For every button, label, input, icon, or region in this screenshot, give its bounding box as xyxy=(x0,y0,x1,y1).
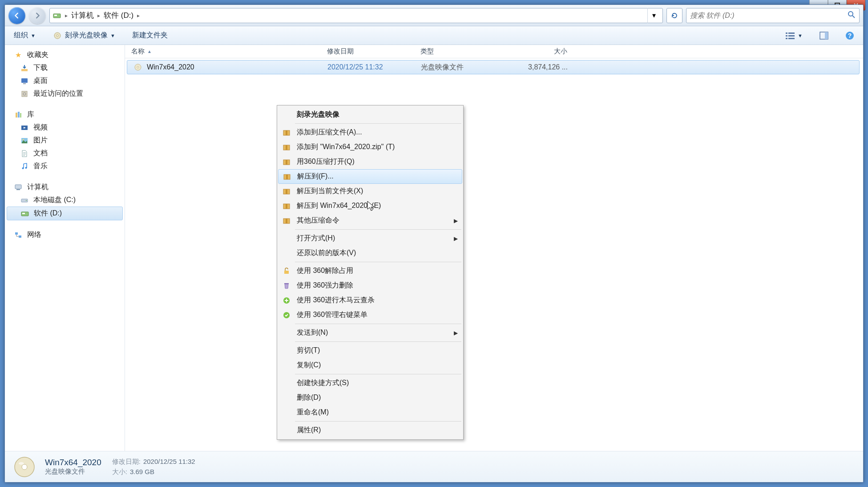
ctx-add-archive[interactable]: 添加到压缩文件(A)... xyxy=(278,125,462,140)
details-pane: Win7x64_2020 光盘映像文件 修改日期:2020/12/25 11:3… xyxy=(5,451,863,482)
svg-rect-20 xyxy=(22,91,27,97)
ctx-open-360[interactable]: 用360压缩打开(Q) xyxy=(278,154,462,169)
new-folder-button[interactable]: 新建文件夹 xyxy=(129,29,171,42)
drive-icon xyxy=(52,11,61,20)
ctx-rename[interactable]: 重命名(M) xyxy=(278,405,462,420)
ctx-360-unlock[interactable]: 使用 360解除占用 xyxy=(278,264,462,278)
search-input[interactable] xyxy=(690,12,848,20)
forward-button[interactable] xyxy=(29,7,46,24)
ctx-restore-prev[interactable]: 还原以前的版本(V) xyxy=(278,246,462,260)
ctx-add-zip[interactable]: 添加到 "Win7x64_2020.zip" (T) xyxy=(278,140,462,154)
sidebar-item-downloads[interactable]: 下载 xyxy=(5,61,125,74)
ctx-properties[interactable]: 属性(R) xyxy=(278,423,462,438)
svg-rect-17 xyxy=(21,69,28,71)
column-name[interactable]: 名称▲ xyxy=(131,47,327,56)
sidebar-item-documents[interactable]: 文档 xyxy=(5,147,125,160)
recent-icon xyxy=(20,89,29,98)
svg-rect-14 xyxy=(825,32,828,39)
breadcrumb-computer[interactable]: 计算机 xyxy=(71,10,94,20)
burn-image-button[interactable]: 刻录光盘映像 ▼ xyxy=(49,29,119,42)
svg-rect-11 xyxy=(786,38,787,39)
file-row[interactable]: Win7x64_2020 2020/12/25 11:32 光盘映像文件 3,8… xyxy=(127,60,860,74)
column-type[interactable]: 类型 xyxy=(420,47,514,56)
svg-rect-23 xyxy=(18,112,20,118)
search-icon xyxy=(848,11,856,20)
documents-icon xyxy=(20,149,29,158)
archive-icon xyxy=(282,187,291,196)
desktop-icon xyxy=(20,77,29,85)
ctx-360-manage[interactable]: 使用 360管理右键菜单 xyxy=(278,308,462,322)
svg-rect-58 xyxy=(284,283,289,284)
sidebar-favorites-header[interactable]: ★收藏夹 xyxy=(5,49,125,61)
sidebar-item-pictures[interactable]: 图片 xyxy=(5,134,125,147)
archive-icon xyxy=(282,216,291,226)
trash-icon xyxy=(282,281,291,291)
ctx-send-to[interactable]: 发送到(N)▶ xyxy=(278,325,462,340)
sort-asc-icon: ▲ xyxy=(147,49,152,54)
svg-rect-37 xyxy=(19,235,21,238)
toolbar: 组织 ▼ 刻录光盘映像 ▼ 新建文件夹 ▼ ? xyxy=(5,26,863,45)
ctx-delete[interactable]: 删除(D) xyxy=(278,390,462,405)
sidebar-libraries-header[interactable]: 库 xyxy=(5,108,125,121)
archive-icon xyxy=(282,172,292,182)
drive-icon xyxy=(20,196,29,205)
organize-button[interactable]: 组织 ▼ xyxy=(10,29,39,42)
menu-manage-icon xyxy=(282,310,291,320)
breadcrumb-sep-icon: ▸ xyxy=(65,12,68,19)
search-box[interactable] xyxy=(686,8,860,23)
svg-rect-31 xyxy=(16,189,20,190)
context-menu: 刻录光盘映像 添加到压缩文件(A)... 添加到 "Win7x64_2020.z… xyxy=(277,105,464,440)
unlock-icon xyxy=(282,266,291,276)
downloads-icon xyxy=(20,64,29,73)
sidebar-item-soft-d[interactable]: 软件 (D:) xyxy=(7,207,123,220)
svg-rect-36 xyxy=(15,232,18,235)
refresh-button[interactable] xyxy=(666,8,682,23)
view-mode-button[interactable]: ▼ xyxy=(782,30,806,41)
svg-text:?: ? xyxy=(848,32,852,39)
svg-rect-56 xyxy=(286,219,287,223)
svg-rect-22 xyxy=(16,113,17,118)
file-date: 2020/12/25 11:32 xyxy=(327,63,421,71)
ctx-extract-here[interactable]: 解压到当前文件夹(X) xyxy=(278,184,462,199)
sidebar-item-desktop[interactable]: 桌面 xyxy=(5,74,125,87)
address-bar[interactable]: ▸ 计算机 ▸ 软件 (D:) ▸ ▾ xyxy=(49,8,663,23)
sidebar-item-recent[interactable]: 最近访问的位置 xyxy=(5,87,125,100)
ctx-burn-image[interactable]: 刻录光盘映像 xyxy=(278,107,462,122)
file-name: Win7x64_2020 xyxy=(147,63,194,71)
column-size[interactable]: 大小 xyxy=(514,47,576,56)
sidebar-computer-header[interactable]: 计算机 xyxy=(5,181,125,194)
svg-point-27 xyxy=(23,139,24,140)
svg-rect-50 xyxy=(286,175,288,179)
ctx-360-trojan[interactable]: 使用 360进行木马云查杀 xyxy=(278,293,462,308)
navigation-bar: ▸ 计算机 ▸ 软件 (D:) ▸ ▾ xyxy=(5,5,863,26)
ctx-copy[interactable]: 复制(C) xyxy=(278,358,462,373)
ctx-shortcut[interactable]: 创建快捷方式(S) xyxy=(278,376,462,390)
column-headers: 名称▲ 修改日期 类型 大小 xyxy=(125,45,863,58)
column-date[interactable]: 修改日期 xyxy=(327,47,420,56)
sidebar-network-header[interactable]: 网络 xyxy=(5,228,125,241)
shield-icon xyxy=(282,296,291,305)
sidebar-item-local-c[interactable]: 本地磁盘 (C:) xyxy=(5,194,125,207)
submenu-arrow-icon: ▶ xyxy=(454,235,458,242)
chevron-down-icon: ▼ xyxy=(31,33,36,38)
svg-rect-12 xyxy=(788,38,795,39)
disc-icon xyxy=(52,31,62,41)
archive-icon xyxy=(282,157,291,167)
preview-pane-button[interactable] xyxy=(816,30,832,41)
ctx-360-force-del[interactable]: 使用 360强力删除 xyxy=(278,278,462,293)
sidebar-item-music[interactable]: 音乐 xyxy=(5,160,125,173)
address-dropdown-icon[interactable]: ▾ xyxy=(647,8,660,23)
ctx-extract-to[interactable]: 解压到(F)... xyxy=(278,169,462,184)
breadcrumb-sep-icon: ▸ xyxy=(97,12,100,19)
ctx-cut[interactable]: 剪切(T) xyxy=(278,343,462,358)
star-icon: ★ xyxy=(14,51,23,60)
ctx-extract-named[interactable]: 解压到 Win7x64_2020\ (E) xyxy=(278,199,462,213)
ctx-other-compress[interactable]: 其他压缩命令▶ xyxy=(278,213,462,228)
breadcrumb-location[interactable]: 软件 (D:) xyxy=(104,10,133,20)
video-icon xyxy=(20,123,29,132)
sidebar-item-videos[interactable]: 视频 xyxy=(5,121,125,134)
ctx-open-with[interactable]: 打开方式(H)▶ xyxy=(278,231,462,246)
back-button[interactable] xyxy=(8,7,25,24)
help-button[interactable]: ? xyxy=(842,29,858,42)
svg-point-42 xyxy=(19,462,24,465)
